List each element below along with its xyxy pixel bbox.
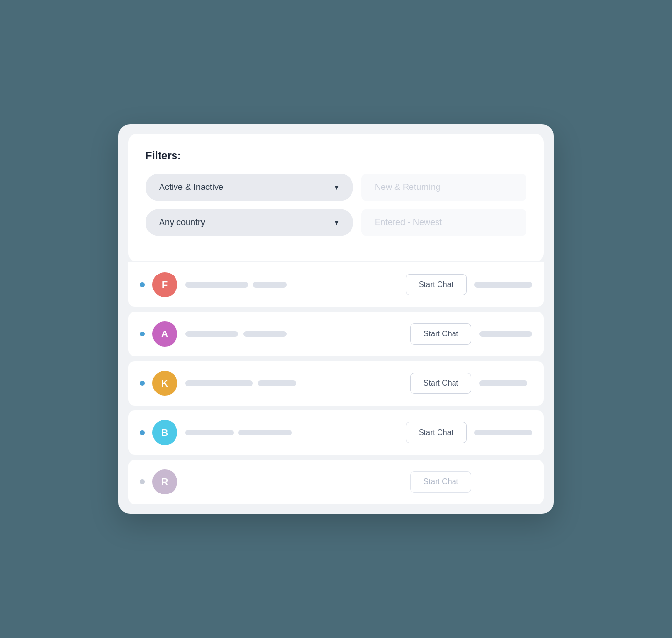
status-filter-label: Active & Inactive [159, 182, 223, 192]
start-chat-button[interactable]: Start Chat [410, 323, 471, 345]
list-item: RStart Chat [128, 460, 544, 504]
start-chat-button[interactable]: Start Chat [406, 422, 467, 443]
user-info [185, 331, 403, 337]
list-item: BStart Chat [128, 410, 544, 455]
user-meta [479, 331, 532, 337]
user-meta [474, 430, 532, 435]
new-returning-filter[interactable]: New & Returning [361, 174, 526, 201]
main-container: Filters: Active & Inactive ▼ New & Retur… [118, 124, 554, 514]
start-chat-button[interactable]: Start Chat [410, 373, 471, 394]
avatar: K [152, 371, 177, 396]
entered-newest-label: Entered - Newest [375, 218, 442, 228]
filter-row-1: Active & Inactive ▼ New & Returning [146, 174, 526, 201]
avatar: B [152, 420, 177, 445]
status-dot [140, 381, 145, 386]
user-meta [479, 479, 532, 485]
status-dot [140, 282, 145, 287]
user-meta [474, 282, 532, 288]
start-chat-button[interactable]: Start Chat [410, 471, 471, 493]
status-dot [140, 332, 145, 336]
chevron-down-icon-2: ▼ [333, 219, 340, 227]
user-info [185, 282, 398, 288]
country-filter-label: Any country [159, 218, 205, 228]
status-dot [140, 479, 145, 484]
user-info [185, 479, 403, 485]
user-meta [479, 380, 532, 386]
list-item: AStart Chat [128, 312, 544, 356]
start-chat-button[interactable]: Start Chat [406, 274, 467, 295]
filter-card: Filters: Active & Inactive ▼ New & Retur… [128, 134, 544, 261]
user-info [185, 430, 398, 435]
filter-row-2: Any country ▼ Entered - Newest [146, 209, 526, 236]
status-dot [140, 430, 145, 435]
list-item: KStart Chat [128, 361, 544, 406]
avatar: A [152, 321, 177, 347]
avatar: R [152, 469, 177, 494]
avatar: F [152, 272, 177, 297]
new-returning-label: New & Returning [375, 182, 440, 192]
user-info [185, 380, 403, 386]
user-list: FStart ChatAStart ChatKStart ChatBStart … [128, 262, 544, 504]
status-filter-dropdown[interactable]: Active & Inactive ▼ [146, 174, 353, 201]
list-item: FStart Chat [128, 262, 544, 307]
entered-newest-filter[interactable]: Entered - Newest [361, 209, 526, 236]
chevron-down-icon: ▼ [333, 184, 340, 191]
filters-title: Filters: [146, 149, 526, 162]
country-filter-dropdown[interactable]: Any country ▼ [146, 209, 353, 236]
